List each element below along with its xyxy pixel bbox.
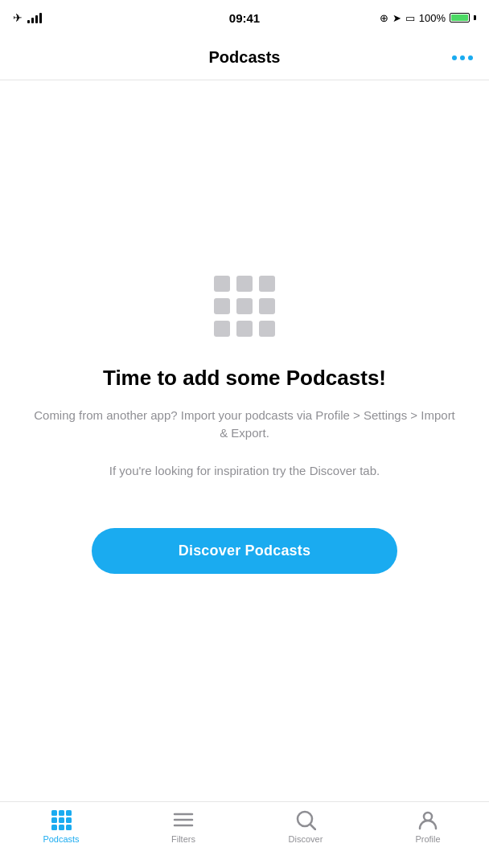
- tab-discover[interactable]: Discover: [244, 809, 367, 844]
- empty-state-icon: [214, 276, 275, 337]
- empty-state-subtitle: Coming from another app? Import your pod…: [32, 407, 457, 443]
- battery-tip: [474, 15, 476, 20]
- header: Podcasts: [0, 35, 489, 80]
- airplane-icon: ✈: [13, 11, 23, 24]
- svg-point-14: [424, 813, 432, 821]
- battery-percent: 100%: [419, 12, 446, 24]
- tab-bar: Podcasts Filters Discover: [0, 801, 489, 868]
- discover-tab-icon: [294, 809, 317, 831]
- tab-podcasts-label: Podcasts: [43, 834, 79, 844]
- tab-filters-label: Filters: [171, 834, 195, 844]
- status-left: ✈: [13, 11, 42, 24]
- profile-tab-icon: [417, 809, 439, 831]
- svg-rect-6: [51, 825, 57, 830]
- more-options-button[interactable]: [452, 55, 473, 60]
- dot-2: [460, 55, 465, 60]
- signal-bar-2: [31, 18, 34, 23]
- main-content: Time to add some Podcasts! Coming from a…: [0, 80, 489, 801]
- status-right: ⊕ ➤ ▭ 100%: [380, 12, 476, 24]
- svg-rect-8: [66, 825, 72, 830]
- grid-cell: [214, 321, 230, 337]
- signal-bars: [27, 12, 42, 23]
- svg-rect-0: [51, 810, 57, 816]
- tab-profile-label: Profile: [415, 834, 440, 844]
- svg-line-13: [310, 825, 315, 829]
- svg-rect-3: [51, 817, 57, 823]
- dot-3: [468, 55, 473, 60]
- page-title: Podcasts: [209, 48, 281, 67]
- svg-rect-1: [59, 810, 64, 816]
- grid-cell: [236, 298, 253, 314]
- grid-cell: [259, 276, 275, 292]
- svg-rect-4: [59, 817, 64, 823]
- empty-state-hint: If you're looking for inspiration try th…: [109, 462, 380, 481]
- grid-cell: [214, 276, 230, 292]
- svg-rect-2: [66, 810, 72, 816]
- screen-icon: ▭: [405, 12, 415, 24]
- signal-bar-3: [35, 15, 38, 23]
- dot-1: [452, 55, 457, 60]
- status-bar: ✈ 09:41 ⊕ ➤ ▭ 100%: [0, 0, 489, 35]
- tab-podcasts[interactable]: Podcasts: [0, 809, 122, 844]
- grid-cell: [259, 321, 275, 337]
- grid-cell: [259, 298, 275, 314]
- empty-state-title: Time to add some Podcasts!: [103, 366, 386, 391]
- discover-podcasts-button[interactable]: Discover Podcasts: [92, 528, 397, 574]
- grid-cell: [214, 298, 230, 314]
- tab-profile[interactable]: Profile: [367, 809, 489, 844]
- navigation-icon: ➤: [392, 12, 401, 24]
- grid-cell: [236, 276, 253, 292]
- tab-discover-label: Discover: [289, 834, 323, 844]
- grid-cell: [236, 321, 253, 337]
- podcasts-tab-icon: [50, 809, 72, 831]
- signal-bar-4: [39, 13, 42, 23]
- svg-rect-7: [59, 825, 64, 830]
- filters-tab-icon: [172, 809, 195, 831]
- tab-filters[interactable]: Filters: [122, 809, 244, 844]
- signal-bar-1: [27, 20, 30, 23]
- battery-icon: [450, 13, 470, 23]
- status-time: 09:41: [229, 11, 260, 25]
- svg-rect-5: [66, 817, 72, 823]
- location-icon: ⊕: [380, 12, 388, 24]
